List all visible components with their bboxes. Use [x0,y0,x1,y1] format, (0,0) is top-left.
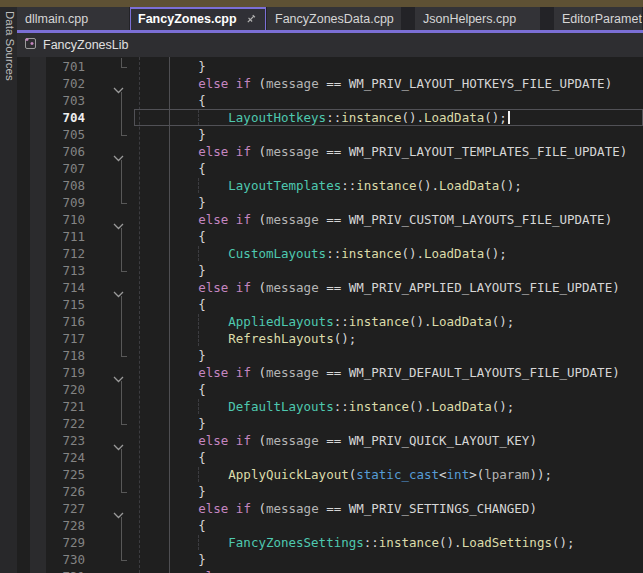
code-text[interactable]: FancyZonesSettings::instance().LoadSetti… [138,534,643,551]
line-number: 725 [17,466,85,483]
fold-margin [85,381,138,398]
fold-margin [85,75,138,92]
fold-line [121,313,122,330]
fold-line [121,160,122,177]
code-text[interactable]: } [138,58,643,75]
code-line: 723 else if (message == WM_PRIV_QUICK_LA… [17,432,643,449]
code-text[interactable]: CustomLayouts::instance().LoadData(); [138,245,643,262]
fold-margin [85,500,138,517]
line-number: 726 [17,483,85,500]
code-line: 705 } [17,126,643,143]
code-line: 715 { [17,296,643,313]
tab-fancyzones-cpp[interactable]: FancyZones.cpp✕ [130,7,266,30]
code-editor[interactable]: 701 }702 else if (message == WM_PRIV_LAY… [17,57,643,573]
code-text[interactable]: } [138,551,643,568]
code-text[interactable]: } [138,126,643,143]
line-number: 721 [17,398,85,415]
tab-label: FancyZonesData.cpp [275,12,394,26]
fold-end-corner [121,262,127,272]
document-tab-bar: dllmain.cppFancyZones.cpp✕FancyZonesData… [17,7,643,30]
fold-line [121,330,122,347]
fold-line [121,381,122,398]
fold-line [121,177,122,194]
code-text[interactable]: RefreshLayouts(); [138,330,643,347]
indent-guide [198,246,199,261]
code-text[interactable]: else if (message == WM_PRIV_QUICK_LAYOUT… [138,432,643,449]
code-line: 703 { [17,92,643,109]
code-text[interactable]: } [138,347,643,364]
cpp-library-icon [23,36,37,54]
fold-margin [85,347,138,364]
fold-margin [85,211,138,228]
code-text[interactable]: else if (message == WM_PRIV_LAYOUT_TEMPL… [138,143,643,160]
indent-guide [198,535,199,550]
tab-jsonhelpers-cpp[interactable]: JsonHelpers.cpp [415,7,540,30]
code-text[interactable]: { [138,228,643,245]
code-text[interactable]: else if (message == WM_PRIV_CUSTOM_LAYOU… [138,211,643,228]
line-number: 707 [17,160,85,177]
code-text[interactable]: else [138,568,643,573]
fold-line [121,449,122,466]
code-line: 717 RefreshLayouts(); [17,330,643,347]
tab-editorparameters-cpp[interactable]: EditorParameters.cpp [554,7,642,30]
code-line: 726 } [17,483,643,500]
tab-label: JsonHelpers.cpp [423,12,516,26]
tab-fancyzonesdata-cpp[interactable]: FancyZonesData.cpp [267,7,401,30]
code-text[interactable]: } [138,483,643,500]
code-text[interactable]: else if (message == WM_PRIV_DEFAULT_LAYO… [138,364,643,381]
close-icon[interactable]: ✕ [265,12,266,25]
code-line: 722 } [17,415,643,432]
code-text[interactable]: } [138,415,643,432]
line-number: 704 [17,109,85,126]
code-text[interactable]: LayoutHotkeys::instance().LoadData(); [138,109,643,126]
code-line: 729 FancyZonesSettings::instance().LoadS… [17,534,643,551]
tab-dllmain-cpp[interactable]: dllmain.cpp [17,7,129,30]
line-number: 706 [17,143,85,160]
line-number: 711 [17,228,85,245]
text-caret [508,111,510,124]
code-text[interactable]: } [138,262,643,279]
fold-margin [85,92,138,109]
code-line: 731 else [17,568,643,573]
code-text[interactable]: LayoutTemplates::instance().LoadData(); [138,177,643,194]
code-line: 706 else if (message == WM_PRIV_LAYOUT_T… [17,143,643,160]
code-text[interactable]: { [138,381,643,398]
fold-end-corner [121,415,127,425]
fold-margin [85,279,138,296]
line-number: 708 [17,177,85,194]
fold-end-corner [121,126,127,136]
indent-guide [198,467,199,482]
code-text[interactable]: { [138,92,643,109]
line-number: 709 [17,194,85,211]
code-text[interactable]: { [138,517,643,534]
code-text[interactable]: else if (message == WM_PRIV_LAYOUT_HOTKE… [138,75,643,92]
sidebar-tab-data-sources[interactable]: Data Sources [4,11,16,81]
fold-line [121,245,122,262]
tool-window-strip: Data Sources [0,7,17,573]
code-text[interactable]: DefaultLayouts::instance().LoadData(); [138,398,643,415]
fold-margin [85,143,138,160]
code-text[interactable]: { [138,449,643,466]
indent-guide [198,399,199,414]
code-text[interactable]: else if (message == WM_PRIV_SETTINGS_CHA… [138,500,643,517]
code-line: 701 } [17,58,643,75]
fold-margin [85,177,138,194]
line-number: 731 [17,568,85,573]
code-text[interactable]: AppliedLayouts::instance().LoadData(); [138,313,643,330]
line-number: 715 [17,296,85,313]
code-text[interactable]: { [138,296,643,313]
window-top-strip [0,0,643,7]
code-text[interactable]: else if (message == WM_PRIV_APPLIED_LAYO… [138,279,643,296]
code-line: 710 else if (message == WM_PRIV_CUSTOM_L… [17,211,643,228]
indent-guide [198,178,199,193]
code-line: 708 LayoutTemplates::instance().LoadData… [17,177,643,194]
code-text[interactable]: } [138,194,643,211]
fold-margin [85,126,138,143]
code-text[interactable]: ApplyQuickLayout(static_cast<int>(lparam… [138,466,643,483]
fold-margin [85,432,138,449]
code-text[interactable]: { [138,160,643,177]
line-number: 712 [17,245,85,262]
breadcrumb-item-fancyzoneslib[interactable]: FancyZonesLib [43,38,128,52]
tab-label: EditorParameters.cpp [562,12,642,26]
pin-icon[interactable] [245,13,257,25]
